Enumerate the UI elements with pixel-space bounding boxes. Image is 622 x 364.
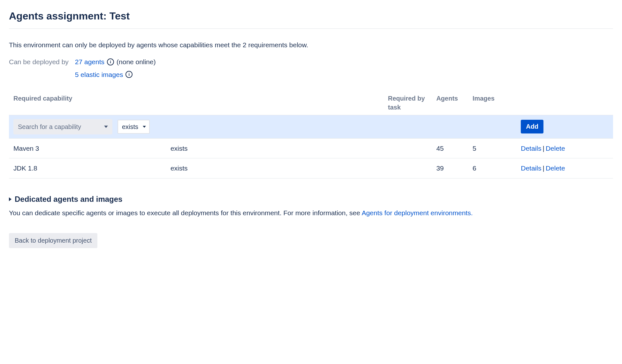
- agents-help-link[interactable]: Agents for deployment environments.: [362, 209, 473, 216]
- col-condition: [166, 91, 383, 115]
- agents-summary-row: 27 agents i (none online): [75, 57, 156, 66]
- capability-agents-count: 45: [432, 138, 468, 158]
- elastic-images-link[interactable]: 5 elastic images: [75, 70, 123, 79]
- capability-required-by-task: [383, 138, 432, 158]
- agents-count-link[interactable]: 27 agents: [75, 57, 104, 66]
- col-images: Images: [468, 91, 516, 115]
- capability-agents-count: 39: [432, 158, 468, 178]
- page-title: Agents assignment: Test: [9, 9, 613, 28]
- condition-select[interactable]: exists: [118, 120, 150, 134]
- deploy-links: 27 agents i (none online) 5 elastic imag…: [75, 57, 156, 79]
- info-icon[interactable]: i: [107, 58, 114, 65]
- filter-row: Search for a capability exists Add: [9, 115, 613, 138]
- capability-condition: exists: [166, 158, 383, 178]
- dedicated-agents-description: You can dedicate specific agents or imag…: [9, 208, 613, 217]
- dedicated-text-prefix: You can dedicate specific agents or imag…: [9, 209, 362, 216]
- info-icon[interactable]: i: [125, 71, 133, 78]
- delete-link[interactable]: Delete: [546, 145, 565, 152]
- delete-link[interactable]: Delete: [546, 164, 565, 172]
- capability-name: JDK 1.8: [9, 158, 166, 178]
- capability-search-dropdown[interactable]: Search for a capability: [13, 119, 112, 134]
- col-required-by-task: Required by task: [383, 91, 432, 115]
- table-header-row: Required capability Required by task Age…: [9, 91, 613, 115]
- details-link[interactable]: Details: [521, 145, 541, 152]
- col-agents: Agents: [432, 91, 468, 115]
- capability-images-count: 5: [468, 138, 516, 158]
- dedicated-agents-section: Dedicated agents and images You can dedi…: [9, 194, 613, 218]
- chevron-down-icon: [104, 125, 108, 128]
- deploy-label: Can be deployed by: [9, 57, 69, 66]
- chevron-down-icon: [143, 126, 146, 128]
- col-actions: [516, 91, 613, 115]
- capability-images-count: 6: [468, 158, 516, 178]
- agents-online-status: (none online): [117, 57, 156, 66]
- add-capability-button[interactable]: Add: [521, 120, 543, 133]
- table-row: Maven 3 exists 45 5 Details|Delete: [9, 138, 613, 158]
- environment-description: This environment can only be deployed by…: [9, 31, 613, 57]
- back-to-project-button[interactable]: Back to deployment project: [9, 233, 97, 248]
- capability-condition: exists: [166, 138, 383, 158]
- capabilities-table-wrap: Required capability Required by task Age…: [9, 91, 613, 178]
- dedicated-agents-title: Dedicated agents and images: [15, 194, 122, 205]
- elastic-images-row: 5 elastic images i: [75, 70, 156, 79]
- capability-name: Maven 3: [9, 138, 166, 158]
- capability-search-placeholder: Search for a capability: [18, 122, 81, 131]
- condition-select-value: exists: [122, 122, 138, 131]
- capability-actions: Details|Delete: [516, 138, 613, 158]
- deploy-info: Can be deployed by 27 agents i (none onl…: [9, 57, 613, 79]
- capability-required-by-task: [383, 158, 432, 178]
- table-row: JDK 1.8 exists 39 6 Details|Delete: [9, 158, 613, 178]
- dedicated-agents-toggle[interactable]: Dedicated agents and images: [9, 194, 613, 205]
- capabilities-table: Required capability Required by task Age…: [9, 91, 613, 178]
- capability-actions: Details|Delete: [516, 158, 613, 178]
- divider: [9, 28, 613, 29]
- chevron-right-icon: [9, 197, 11, 201]
- col-capability: Required capability: [9, 91, 166, 115]
- details-link[interactable]: Details: [521, 164, 541, 172]
